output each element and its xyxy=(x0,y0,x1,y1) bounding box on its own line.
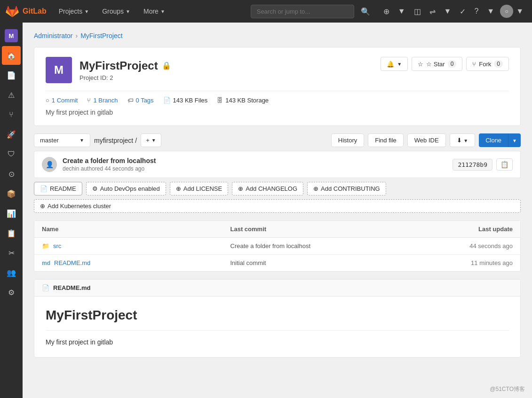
kubernetes-icon: ⊕ xyxy=(40,203,45,210)
add-contributing-button[interactable]: ⊕ Add CONTRIBUTING xyxy=(307,182,386,195)
sidebar-item-operations[interactable]: ⊙ xyxy=(2,164,21,183)
notify-button[interactable]: 🔔 ▼ xyxy=(381,57,408,71)
merge-requests-icon[interactable]: ⇌ xyxy=(427,4,438,19)
commit-meta: dechin authored 44 seconds ago xyxy=(63,165,447,172)
repo-path: myfirstproject / xyxy=(94,137,137,144)
col-name: Name xyxy=(42,226,230,233)
sidebar-item-snippets[interactable]: ✂ xyxy=(2,243,21,262)
file-name-src[interactable]: 📁 src xyxy=(42,242,230,250)
commit-info: Create a folder from localhost dechin au… xyxy=(63,157,447,172)
project-avatar: M xyxy=(46,57,72,83)
add-file-button[interactable]: + ▼ xyxy=(141,133,161,147)
projects-nav-btn[interactable]: Projects ▼ xyxy=(54,5,94,18)
brand-label: GitLab xyxy=(23,7,47,16)
copy-hash-button[interactable]: 📋 xyxy=(496,158,513,171)
file-commit-src: Create a folder from localhost xyxy=(230,242,419,250)
commits-icon: ○ xyxy=(46,97,49,104)
project-actions: 🔔 ▼ ☆ ☆ Star 0 ⑂ Fork 0 xyxy=(381,57,509,71)
stat-storage: 🗄 143 KB Storage xyxy=(217,97,269,104)
plus-icon: + xyxy=(146,137,150,144)
find-file-button[interactable]: Find file xyxy=(368,133,404,147)
help-icon[interactable]: ? xyxy=(471,4,481,18)
commit-hash-area: 211278b9 📋 xyxy=(453,158,513,171)
add-changelog-button[interactable]: ⊕ Add CHANGELOG xyxy=(232,182,303,195)
avatar[interactable]: ○ xyxy=(500,5,513,18)
commit-title: Create a folder from localhost xyxy=(63,157,447,164)
search-icon-btn[interactable]: 🔍 xyxy=(358,4,373,19)
lock-icon: 🔒 xyxy=(162,61,171,70)
commits-link[interactable]: 1 Commit xyxy=(52,97,78,104)
folder-icon: 📁 xyxy=(42,242,49,250)
readme-section: 📄 README.md MyFirstProject My first proj… xyxy=(34,279,521,358)
sidebar: M 🏠 📄 ⚠ ⑂ 🚀 🛡 ⊙ 📦 📊 📋 ✂ 👥 ⚙ xyxy=(0,23,23,398)
notify-chevron: ▼ xyxy=(397,62,402,67)
readme-icon: 📄 xyxy=(40,185,48,192)
new-item-icon[interactable]: ⊕ xyxy=(381,4,392,19)
branch-selector[interactable]: master ▼ xyxy=(34,133,90,147)
readme-divider xyxy=(46,330,509,331)
star-icon: ☆ xyxy=(418,61,423,68)
readme-header: 📄 README.md xyxy=(34,280,520,297)
breadcrumb-administrator[interactable]: Administrator xyxy=(34,32,72,39)
quick-actions: 📄 README ⚙ Auto DevOps enabled ⊕ Add LIC… xyxy=(34,182,521,213)
avatar-chevron-icon[interactable]: ▼ xyxy=(513,4,526,18)
gitlab-logo[interactable]: GitLab xyxy=(6,5,47,18)
markdown-icon: md xyxy=(42,260,50,266)
license-icon: ⊕ xyxy=(176,185,181,192)
star-button[interactable]: ☆ ☆ Star 0 xyxy=(412,57,462,71)
bell-icon: 🔔 xyxy=(387,61,394,68)
sidebar-item-packages[interactable]: 📦 xyxy=(2,184,21,203)
sidebar-item-home[interactable]: 🏠 xyxy=(2,46,21,65)
sidebar-user-avatar[interactable]: M xyxy=(2,26,21,45)
sidebar-item-analytics[interactable]: 📊 xyxy=(2,204,21,223)
tags-link[interactable]: 0 Tags xyxy=(136,97,154,104)
chevron-mr-icon[interactable]: ▼ xyxy=(441,4,454,18)
readme-button[interactable]: 📄 README xyxy=(34,182,82,195)
history-button[interactable]: History xyxy=(331,133,364,147)
add-kubernetes-button[interactable]: ⊕ Add Kubernetes cluster xyxy=(34,199,521,213)
stat-commits: ○ 1 Commit xyxy=(46,97,78,104)
breadcrumb-sep: › xyxy=(75,32,78,39)
sidebar-item-repository[interactable]: 📄 xyxy=(2,66,21,85)
add-license-button[interactable]: ⊕ Add LICENSE xyxy=(170,182,228,195)
contributing-icon: ⊕ xyxy=(313,185,318,192)
nav-icons: ⊕ ▼ ◫ ⇌ ▼ ✓ ? ▼ ○ ▼ xyxy=(381,4,526,19)
commit-hash: 211278b9 xyxy=(453,159,492,171)
sidebar-item-issues[interactable]: ⚠ xyxy=(2,86,21,104)
readme-title: MyFirstProject xyxy=(46,308,509,323)
readme-text: My first project in gitlab xyxy=(46,338,509,346)
star-count: 0 xyxy=(448,60,457,68)
project-name-area: MyFirstProject 🔒 Project ID: 2 xyxy=(79,59,171,81)
branch-chevron: ▼ xyxy=(79,138,84,143)
sidebar-item-wiki[interactable]: 📋 xyxy=(2,224,21,242)
commit-author-avatar: 👤 xyxy=(42,157,57,172)
branches-link[interactable]: 1 Branch xyxy=(93,97,118,104)
clone-dropdown-button[interactable]: ▼ xyxy=(508,133,521,147)
help-chevron-icon[interactable]: ▼ xyxy=(484,4,497,18)
project-description: My first project in gitlab xyxy=(46,109,509,116)
sidebar-item-merge-requests[interactable]: ⑂ xyxy=(2,105,21,124)
more-nav-btn[interactable]: More ▼ xyxy=(139,5,170,18)
auto-devops-button[interactable]: ⚙ Auto DevOps enabled xyxy=(86,182,166,195)
chevron-new-icon[interactable]: ▼ xyxy=(395,4,408,18)
sidebar-item-settings[interactable]: ⚙ xyxy=(2,283,21,302)
download-button[interactable]: ⬇ ▼ xyxy=(450,133,476,147)
file-commit-readme: Initial commit xyxy=(230,259,419,266)
file-table: Name Last commit Last update 📁 src Creat… xyxy=(34,220,521,272)
breadcrumb-project[interactable]: MyFirstProject xyxy=(80,32,122,39)
todo-icon[interactable]: ✓ xyxy=(457,4,468,19)
groups-nav-btn[interactable]: Groups ▼ xyxy=(97,5,135,18)
file-name-readme[interactable]: md README.md xyxy=(42,259,230,266)
clone-button[interactable]: Clone xyxy=(479,133,508,147)
web-ide-button[interactable]: Web IDE xyxy=(407,133,446,147)
sidebar-item-security[interactable]: 🛡 xyxy=(2,145,21,164)
download-chevron: ▼ xyxy=(463,138,468,143)
col-commit: Last commit xyxy=(230,226,419,233)
code-review-icon[interactable]: ◫ xyxy=(411,4,424,19)
sidebar-item-cicd[interactable]: 🚀 xyxy=(2,125,21,144)
file-table-header: Name Last commit Last update xyxy=(34,221,520,238)
top-nav: GitLab Projects ▼ Groups ▼ More ▼ 🔍 ⊕ ▼ … xyxy=(0,0,532,23)
sidebar-item-members[interactable]: 👥 xyxy=(2,263,21,282)
fork-button[interactable]: ⑂ Fork 0 xyxy=(466,57,509,71)
search-input[interactable] xyxy=(251,5,354,18)
